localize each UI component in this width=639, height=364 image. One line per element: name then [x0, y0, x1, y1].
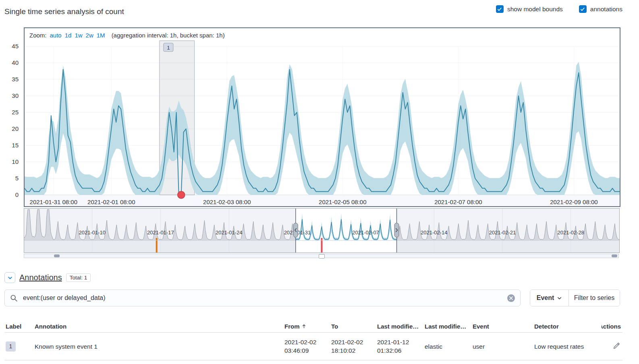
- checkbox-checked-icon[interactable]: [496, 5, 504, 13]
- checkbox-checked-icon[interactable]: [579, 5, 587, 13]
- svg-text:2021-01-10: 2021-01-10: [79, 230, 106, 236]
- zoom-option-1M[interactable]: 1M: [97, 32, 105, 39]
- annotations-total-badge: Total: 1: [66, 273, 91, 282]
- svg-text:2021-02-01 08:00: 2021-02-01 08:00: [87, 199, 135, 205]
- chart-display-controls: show model bounds annotations: [496, 5, 622, 13]
- svg-text:2021-02-28: 2021-02-28: [558, 230, 585, 236]
- aggregation-interval-note: (aggregation interval: 1h, bucket span: …: [112, 32, 225, 39]
- y-axis-label: 20: [0, 125, 19, 132]
- svg-text:2021-01-17: 2021-01-17: [147, 230, 174, 236]
- zoom-option-1d[interactable]: 1d: [65, 32, 72, 39]
- y-axis-label: 5: [0, 175, 19, 182]
- sort-ascending-icon: [301, 324, 307, 329]
- y-axis-labels: 051015202530354045: [0, 0, 19, 209]
- column-header-7-detector[interactable]: Detector: [534, 323, 602, 330]
- show-model-bounds-checkbox[interactable]: show model bounds: [496, 5, 563, 13]
- y-axis-label: 0: [0, 191, 19, 198]
- y-axis-label: 35: [0, 76, 19, 83]
- svg-text:2021-02-05 08:00: 2021-02-05 08:00: [319, 199, 366, 205]
- filter-to-series-button[interactable]: Filter to series: [569, 290, 620, 306]
- zoom-controls: Zoom: auto1d1w2w1M (aggregation interval…: [29, 32, 225, 39]
- annotation-last-modified-by: elastic: [425, 342, 473, 351]
- collapse-annotations-button[interactable]: [4, 272, 15, 283]
- y-axis-label: 25: [0, 109, 19, 116]
- annotation-marker-label[interactable]: 1: [164, 43, 173, 52]
- context-chart-brush[interactable]: 2021-01-102021-01-172021-01-242021-01-31…: [24, 208, 620, 253]
- annotations-filter-group: Event Filter to series: [530, 290, 620, 306]
- y-axis-label: 30: [0, 92, 19, 99]
- svg-text:2021-02-21: 2021-02-21: [489, 230, 516, 236]
- column-header-0-label[interactable]: Label: [4, 323, 35, 330]
- svg-text:1: 1: [167, 45, 170, 51]
- edit-annotation-button[interactable]: [612, 341, 621, 352]
- y-axis-label: 40: [0, 59, 19, 66]
- show-model-bounds-label: show model bounds: [507, 6, 563, 13]
- svg-text:2021-01-31 08:00: 2021-01-31 08:00: [30, 199, 77, 205]
- annotations-search[interactable]: [4, 290, 521, 306]
- event-filter-button[interactable]: Event: [530, 290, 569, 306]
- column-header-6-event[interactable]: Event: [473, 323, 534, 330]
- svg-text:2021-02-14: 2021-02-14: [421, 230, 448, 236]
- timeseries-chart-frame: Zoom: auto1d1w2w1M (aggregation interval…: [24, 27, 620, 207]
- svg-text:2021-02-03 08:00: 2021-02-03 08:00: [203, 199, 251, 205]
- search-icon: [10, 294, 18, 302]
- annotation-row: 1Known system event 12021-02-02 03:46:09…: [4, 333, 622, 360]
- svg-text:2021-02-07: 2021-02-07: [352, 230, 379, 236]
- annotations-checkbox[interactable]: annotations: [579, 5, 622, 13]
- zoom-label: Zoom:: [29, 32, 47, 39]
- column-header-2-from[interactable]: From: [284, 323, 331, 330]
- annotation-event: user: [473, 342, 534, 351]
- y-axis-label: 15: [0, 142, 19, 149]
- annotation-detector: Low request rates: [534, 342, 602, 351]
- annotation-last-modified: 2021-01-12 01:32:06: [377, 338, 425, 355]
- column-header-4-last-modifie[interactable]: Last modifie…: [377, 323, 425, 330]
- annotation-label-badge: 1: [6, 341, 16, 352]
- single-metric-viewer: Single time series analysis of count sho…: [0, 0, 639, 364]
- scrollbar-left-handle[interactable]: [54, 254, 60, 257]
- zoom-option-2w[interactable]: 2w: [86, 32, 93, 39]
- annotations-table: LabelAnnotationFromToLast modifie…Last m…: [4, 320, 622, 360]
- scrollbar-right-handle[interactable]: [612, 254, 617, 257]
- y-axis-label: 45: [0, 43, 19, 50]
- zoom-option-1w[interactable]: 1w: [75, 32, 82, 39]
- svg-text:2021-02-07 08:00: 2021-02-07 08:00: [434, 199, 482, 205]
- column-header-1-annotation[interactable]: Annotation: [35, 323, 284, 330]
- column-header-3-to[interactable]: To: [331, 323, 377, 330]
- svg-text:2021-01-24: 2021-01-24: [216, 230, 243, 236]
- annotation-from: 2021-02-02 03:46:09: [284, 338, 331, 355]
- anomaly-marker-dot[interactable]: [178, 191, 185, 199]
- event-filter-label: Event: [537, 294, 554, 302]
- chevron-down-icon: [7, 275, 13, 281]
- y-axis-label: 10: [0, 158, 19, 165]
- table-header-row: LabelAnnotationFromToLast modifie…Last m…: [4, 320, 622, 333]
- annotations-heading: Annotations: [19, 273, 62, 282]
- annotation-to: 2021-02-02 18:10:02: [331, 338, 377, 355]
- column-header-5-last-modifie[interactable]: Last modifie…: [425, 323, 473, 330]
- svg-text:2021-02-09 08:00: 2021-02-09 08:00: [550, 199, 598, 205]
- annotation-text: Known system event 1: [35, 342, 284, 351]
- chevron-down-icon: [557, 296, 562, 301]
- chart-scrollbar[interactable]: [24, 254, 619, 258]
- annotations-search-input[interactable]: [22, 294, 507, 302]
- annotations-header: Annotations Total: 1: [4, 272, 91, 283]
- edit-pencil-icon: [613, 342, 620, 349]
- column-header-8-actions: Actions: [602, 323, 622, 330]
- page-title: Single time series analysis of count: [4, 7, 124, 16]
- clear-search-button[interactable]: [507, 294, 515, 302]
- annotations-checkbox-label: annotations: [590, 6, 622, 13]
- zoom-links: auto1d1w2w1M: [50, 32, 108, 39]
- scrollbar-drag-handle[interactable]: [319, 254, 325, 259]
- main-timeseries-chart[interactable]: 12021-01-31 08:002021-02-01 08:002021-02…: [25, 28, 620, 206]
- zoom-option-auto[interactable]: auto: [50, 32, 62, 39]
